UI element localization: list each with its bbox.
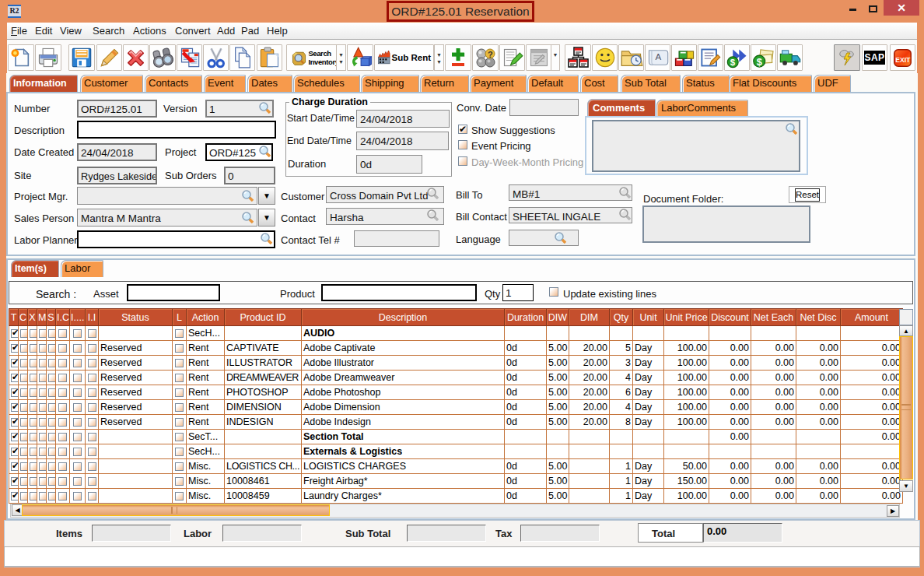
svg-text:$: $ — [756, 57, 761, 68]
svg-text:$: $ — [730, 58, 735, 67]
svg-text:A: A — [655, 52, 661, 61]
svg-text:?: ? — [488, 50, 493, 59]
svg-text:EXIT: EXIT — [895, 55, 911, 63]
